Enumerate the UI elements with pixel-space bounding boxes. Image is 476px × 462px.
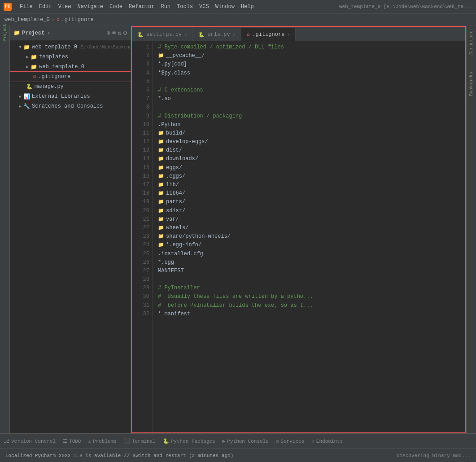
project-header: 📁 Project ▾ ⊕ ≡ ⇅ ⚙ (10, 26, 131, 40)
tab-gitignore[interactable]: ⚙ .gitignore ✕ (241, 28, 296, 41)
terminal-icon: ⬛ (124, 438, 130, 444)
menu-refactor[interactable]: Refactor (126, 3, 157, 11)
manage-py-icon: 🐍 (26, 83, 33, 90)
vc-icon: ⎇ (4, 438, 9, 444)
status-services[interactable]: ◎ Services (276, 438, 304, 444)
tab-urls-py-close[interactable]: ✕ (233, 32, 236, 37)
bottom-bar: Localized PyCharm 2022.1.3 is available … (0, 449, 476, 462)
tree-web-template-label: web_template_0 (39, 64, 84, 70)
menu-code[interactable]: Code (107, 3, 125, 11)
breadcrumb-file[interactable]: .gitignore (61, 17, 94, 23)
code-content[interactable]: # Byte-compiled / optimized / DLL files … (153, 41, 465, 432)
services-icon: ◎ (276, 438, 279, 444)
status-python-packages[interactable]: 🐍 Python Packages (163, 438, 215, 444)
tree-root-label: web_template_0 (32, 44, 77, 50)
project-icon[interactable]: Project (0, 28, 9, 37)
status-terminal[interactable]: ⬛ Terminal (124, 438, 156, 444)
packages-label: Python Packages (171, 439, 215, 444)
menu-navigate[interactable]: Navigate (74, 3, 106, 11)
status-todo[interactable]: ☰ TODO (63, 438, 81, 444)
tab-gitignore-label: .gitignore (252, 31, 284, 38)
menu-bar: File Edit View Navigate Code Refactor Ru… (17, 3, 334, 11)
code-editor[interactable]: 12345 678910 1112131415 1617181920 21222… (132, 41, 465, 432)
tab-urls-py-label: urls.py (207, 31, 230, 38)
tree-gitignore-label: .gitignore (38, 74, 70, 80)
endpoints-label: Endpoints (316, 439, 343, 444)
collapse-icon[interactable]: ≡ (112, 29, 116, 37)
scratches-icon: 🔧 (23, 103, 30, 110)
add-icon[interactable]: ⊕ (106, 29, 110, 37)
tree-gitignore[interactable]: ⚙ .gitignore (10, 72, 131, 82)
window-title: web_template_0 [E:\Code\Web\Backend\web_… (339, 4, 472, 9)
tab-settings-py-label: settings.py (146, 31, 182, 38)
tree-scratches[interactable]: ▶ 🔧 Scratches and Consoles (10, 101, 131, 111)
menu-tools[interactable]: Tools (174, 3, 196, 11)
app-icon: PC (4, 3, 12, 11)
menu-run[interactable]: Run (158, 3, 173, 11)
tab-gitignore-close[interactable]: ✕ (287, 32, 290, 37)
gitignore-icon: ⚙ (33, 74, 36, 80)
tree-external-libs-label: External Libraries (32, 93, 90, 100)
tree-root-path: E:\Code\Web\Backend\web_tem... (81, 45, 131, 50)
sidebar-bookmarks[interactable]: Bookmarks (468, 70, 475, 98)
menu-window[interactable]: Window (213, 3, 237, 11)
status-version-control[interactable]: ⎇ Version Control (4, 438, 56, 444)
console-label: Python Console (227, 439, 268, 444)
tree-templates[interactable]: ▶ 📁 templates (10, 52, 131, 62)
tree-templates-label: templates (39, 54, 68, 60)
status-python-console[interactable]: ▶ Python Console (223, 438, 269, 444)
menu-edit[interactable]: Edit (36, 3, 55, 11)
tree-external-libs[interactable]: ▶ 📊 External Libraries (10, 92, 131, 101)
tab-bar: 🐍 settings.py ✕ 🐍 urls.py ✕ ⚙ .gitignore… (132, 27, 465, 41)
project-panel: 📁 Project ▾ ⊕ ≡ ⇅ ⚙ ▼ 📁 web_template_0 E… (10, 26, 131, 433)
endpoints-icon: ↗ (311, 438, 314, 444)
expand-icon: ▶ (19, 94, 22, 99)
todo-icon: ☰ (63, 438, 67, 444)
line-numbers: 12345 678910 1112131415 1617181920 21222… (132, 41, 153, 432)
breadcrumb-bar: web_template_0 › ⚙ .gitignore (0, 13, 476, 26)
tab-settings-py-close[interactable]: ✕ (184, 32, 187, 37)
tree-manage-py-label: manage.py (35, 83, 64, 90)
bottom-right: Discovering binary mod... (397, 453, 471, 458)
menu-help[interactable]: Help (238, 3, 257, 11)
expand-icon: ▶ (26, 54, 29, 60)
tree-manage-py[interactable]: 🐍 manage.py (10, 82, 131, 92)
status-problems[interactable]: ⚠ Problems (88, 438, 116, 444)
breadcrumb-file-icon: ⚙ (57, 17, 60, 22)
status-bar: ⎇ Version Control ☰ TODO ⚠ Problems ⬛ Te… (0, 433, 476, 449)
terminal-label: Terminal (132, 439, 156, 444)
expand-icon: ▶ (26, 64, 29, 70)
bottom-message: Localized PyCharm 2022.1.3 is available … (5, 453, 233, 458)
expand-icon: ▼ (19, 45, 22, 50)
project-folder-icon: 📁 (13, 30, 20, 36)
console-icon: ▶ (223, 438, 226, 444)
main-layout: Project 📁 Project ▾ ⊕ ≡ ⇅ ⚙ ▼ 📁 web_temp… (0, 26, 476, 433)
project-folder-icon: 📁 (23, 44, 30, 51)
problems-label: Problems (93, 439, 117, 444)
tree-web-template[interactable]: ▶ 📁 web_template_0 (10, 62, 131, 72)
project-tree: ▼ 📁 web_template_0 E:\Code\Web\Backend\w… (10, 40, 131, 433)
web-template-folder-icon: 📁 (31, 64, 37, 70)
settings-icon[interactable]: ⚙ (123, 29, 127, 37)
status-endpoints[interactable]: ↗ Endpoints (311, 438, 343, 444)
sidebar-structure[interactable]: Structure (468, 29, 475, 57)
todo-label: TODO (69, 439, 81, 444)
breadcrumb-sep: › (52, 17, 55, 23)
ext-libs-icon: 📊 (23, 93, 30, 100)
right-sidebar: Structure Bookmarks (466, 26, 476, 433)
menu-vcs[interactable]: VCS (197, 3, 212, 11)
urls-py-icon: 🐍 (198, 32, 205, 38)
tree-root[interactable]: ▼ 📁 web_template_0 E:\Code\Web\Backend\w… (10, 42, 131, 52)
tab-urls-py[interactable]: 🐍 urls.py ✕ (193, 28, 241, 41)
menu-file[interactable]: File (17, 3, 35, 11)
sort-icon[interactable]: ⇅ (118, 29, 121, 37)
project-header-icons: ⊕ ≡ ⇅ ⚙ (106, 29, 127, 37)
expand-icon: ▶ (19, 104, 22, 109)
vc-label: Version Control (11, 439, 56, 444)
title-bar: PC File Edit View Navigate Code Refactor… (0, 0, 476, 13)
breadcrumb-project[interactable]: web_template_0 (4, 17, 50, 23)
project-dropdown-icon[interactable]: ▾ (47, 31, 50, 36)
tab-settings-py[interactable]: 🐍 settings.py ✕ (132, 28, 193, 41)
gitignore-tab-icon: ⚙ (247, 32, 250, 38)
menu-view[interactable]: View (56, 3, 74, 11)
